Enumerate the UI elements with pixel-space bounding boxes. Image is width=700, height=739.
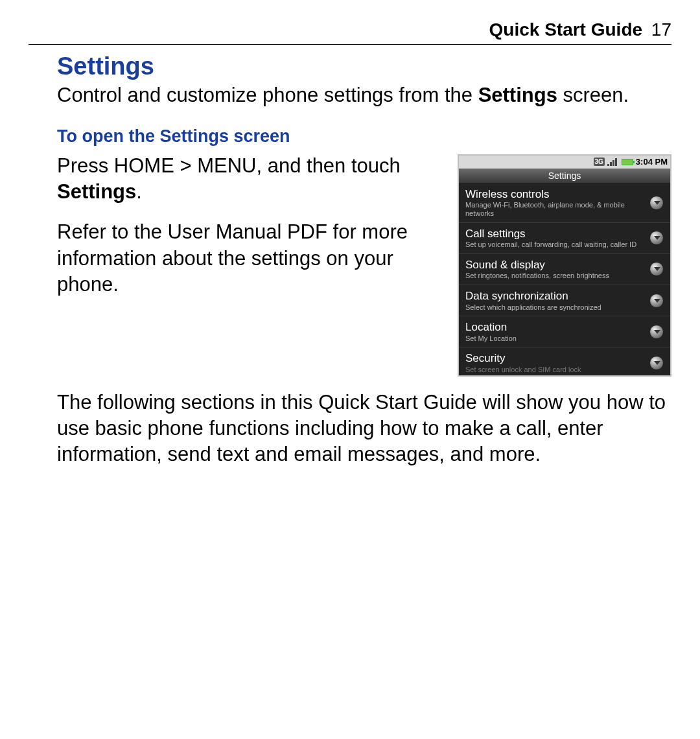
row-desc: Set up voicemail, call forwarding, call …	[465, 240, 644, 249]
p1-after: .	[136, 180, 142, 203]
row-desc: Set screen unlock and SIM card lock	[465, 366, 644, 374]
settings-row-data-sync[interactable]: Data synchronization Select which applic…	[459, 285, 670, 316]
settings-row-security[interactable]: Security Set screen unlock and SIM card …	[459, 347, 670, 375]
row-title: Data synchronization	[465, 290, 644, 303]
chevron-down-icon	[649, 231, 664, 245]
instruction-2: Refer to the User Manual PDF for more in…	[57, 219, 442, 298]
p1-before: Press HOME > MENU, and then touch	[57, 154, 401, 177]
page-header: Quick Start Guide 17	[29, 19, 671, 45]
settings-row-wireless[interactable]: Wireless controls Manage Wi-Fi, Bluetoot…	[459, 183, 670, 223]
status-time: 3:04 PM	[636, 157, 668, 167]
closing-paragraph: The following sections in this Quick Sta…	[29, 390, 671, 468]
row-title: Call settings	[465, 228, 644, 240]
row-desc: Manage Wi-Fi, Bluetooth, airplane mode, …	[465, 201, 644, 217]
row-title: Location	[465, 321, 644, 334]
phone-title-bar: Settings	[459, 169, 670, 183]
row-title: Sound & display	[465, 259, 644, 272]
phone-status-bar: 3G 3:04 PM	[459, 156, 670, 169]
chevron-down-icon	[649, 325, 664, 339]
intro-text: Control and customize phone settings fro…	[57, 84, 478, 106]
p1-bold: Settings	[57, 180, 136, 203]
settings-row-sound[interactable]: Sound & display Set ringtones, notificat…	[459, 254, 670, 285]
section-title: Settings	[57, 53, 671, 80]
chevron-down-icon	[649, 356, 664, 370]
row-title: Wireless controls	[465, 188, 644, 201]
header-title: Quick Start Guide	[489, 19, 643, 40]
row-desc: Select which applications are synchroniz…	[465, 303, 644, 312]
page-number: 17	[651, 19, 671, 40]
subsection-title: To open the Settings screen	[57, 126, 671, 147]
settings-row-call[interactable]: Call settings Set up voicemail, call for…	[459, 223, 670, 254]
battery-icon	[622, 159, 633, 165]
row-title: Security	[465, 352, 644, 365]
settings-row-location[interactable]: Location Set My Location	[459, 316, 670, 347]
intro-bold: Settings	[478, 84, 557, 106]
chevron-down-icon	[649, 196, 664, 210]
intro-after: screen.	[557, 84, 629, 106]
network-3g-icon: 3G	[594, 158, 605, 166]
signal-icon	[607, 158, 619, 166]
chevron-down-icon	[649, 262, 664, 276]
chevron-down-icon	[649, 294, 664, 308]
row-desc: Set ringtones, notifications, screen bri…	[465, 272, 644, 280]
phone-screenshot: 3G 3:04 PM Settings Wireless controls Ma…	[458, 154, 671, 377]
instruction-1: Press HOME > MENU, and then touch Settin…	[57, 153, 442, 205]
intro-paragraph: Control and customize phone settings fro…	[57, 83, 671, 108]
row-desc: Set My Location	[465, 334, 644, 343]
